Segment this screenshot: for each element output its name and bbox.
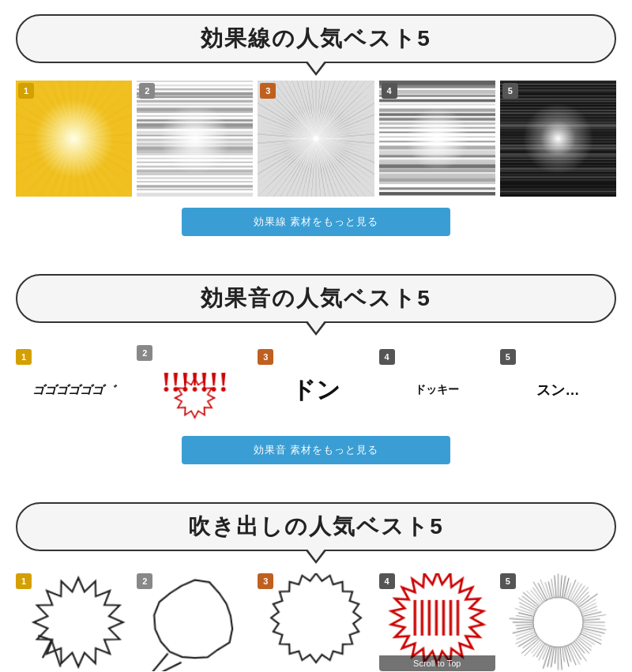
bubble-rank-5: 5 — [500, 573, 516, 589]
sound-text-1: ゴゴゴゴゴゴ゛ — [32, 383, 115, 398]
bubble-rank-1: 1 — [16, 573, 32, 589]
koukasen-item-2[interactable]: 2 — [137, 81, 253, 197]
koukasen-items-row: 1 2 3 4 5 — [16, 81, 616, 197]
rank-badge-5: 5 — [502, 83, 518, 99]
bubble-rank-4: 4 — [379, 573, 395, 589]
koukasen-item-4[interactable]: 4 — [379, 81, 495, 197]
fukidashi-items-row: 1 2 3 4 Scroll to Top 5 — [16, 573, 616, 672]
sound-text-3: ドン — [292, 374, 340, 407]
koukasen-item-5[interactable]: 5 — [500, 81, 616, 197]
bubble-image-5 — [500, 573, 616, 672]
sound-rank-2: 2 — [137, 345, 152, 361]
bubble-image-3 — [258, 573, 374, 672]
rank-badge-3: 3 — [260, 83, 276, 99]
bubble-rank-2: 2 — [137, 573, 152, 589]
sound-image-2 — [137, 353, 253, 425]
fukidashi-title: 吹き出しの人気ベスト5 — [33, 512, 599, 542]
fukidashi-section: 吹き出しの人気ベスト5 1 2 3 4 Scroll to Top 5 — [0, 480, 632, 672]
scroll-to-top-overlay[interactable]: Scroll to Top — [379, 655, 495, 671]
sound-rank-3: 3 — [258, 349, 273, 365]
koukaon-item-4[interactable]: 4 ドッキー — [379, 349, 495, 420]
rank-badge-1: 1 — [18, 83, 34, 99]
koukasen-more-button[interactable]: 効果線 素材をもっと見る — [182, 208, 450, 236]
koukasen-title: 効果線の人気ベスト5 — [33, 24, 599, 54]
sound-rank-1: 1 — [16, 349, 32, 365]
koukaon-items-row: 1 ゴゴゴゴゴゴ゛ 2 3 ドン 4 ドッキー 5 スン… — [16, 345, 616, 425]
rank-badge-4: 4 — [382, 83, 397, 99]
koukasen-section: 効果線の人気ベスト5 1 2 3 4 5 効果線 素材をもっと見る — [0, 0, 632, 252]
koukasen-image-2 — [137, 81, 253, 197]
sound-rank-4: 4 — [379, 349, 395, 365]
fukidashi-item-4[interactable]: 4 Scroll to Top — [379, 573, 495, 672]
fukidashi-item-5[interactable]: 5 — [500, 573, 616, 672]
bubble-image-2 — [137, 573, 253, 672]
fukidashi-item-3[interactable]: 3 — [258, 573, 374, 672]
koukasen-item-3[interactable]: 3 — [258, 81, 374, 197]
fukidashi-header: 吹き出しの人気ベスト5 — [16, 502, 616, 551]
koukaon-header: 効果音の人気ベスト5 — [16, 274, 616, 323]
fukidashi-item-2[interactable]: 2 — [137, 573, 253, 672]
koukasen-image-3 — [258, 81, 374, 197]
koukaon-item-2[interactable]: 2 — [137, 345, 253, 425]
bubble-rank-3: 3 — [258, 573, 273, 589]
sound-text-4: ドッキー — [415, 383, 459, 397]
koukaon-item-1[interactable]: 1 ゴゴゴゴゴゴ゛ — [16, 349, 132, 420]
scroll-to-top-label: Scroll to Top — [413, 659, 461, 668]
koukaon-item-3[interactable]: 3 ドン — [258, 349, 374, 420]
sound-rank-5: 5 — [500, 349, 516, 365]
koukaon-title: 効果音の人気ベスト5 — [33, 283, 599, 313]
koukaon-section: 効果音の人気ベスト5 1 ゴゴゴゴゴゴ゛ 2 3 ドン 4 ドッキー 5 スン…… — [0, 252, 632, 480]
koukasen-item-1[interactable]: 1 — [16, 81, 132, 197]
rank-badge-2: 2 — [139, 83, 155, 99]
fukidashi-item-1[interactable]: 1 — [16, 573, 132, 672]
sound-text-5: スン… — [536, 381, 579, 400]
koukasen-header: 効果線の人気ベスト5 — [16, 14, 616, 63]
bubble-image-1 — [16, 573, 132, 672]
koukaon-item-5[interactable]: 5 スン… — [500, 349, 616, 420]
koukaon-more-button[interactable]: 効果音 素材をもっと見る — [182, 436, 450, 464]
